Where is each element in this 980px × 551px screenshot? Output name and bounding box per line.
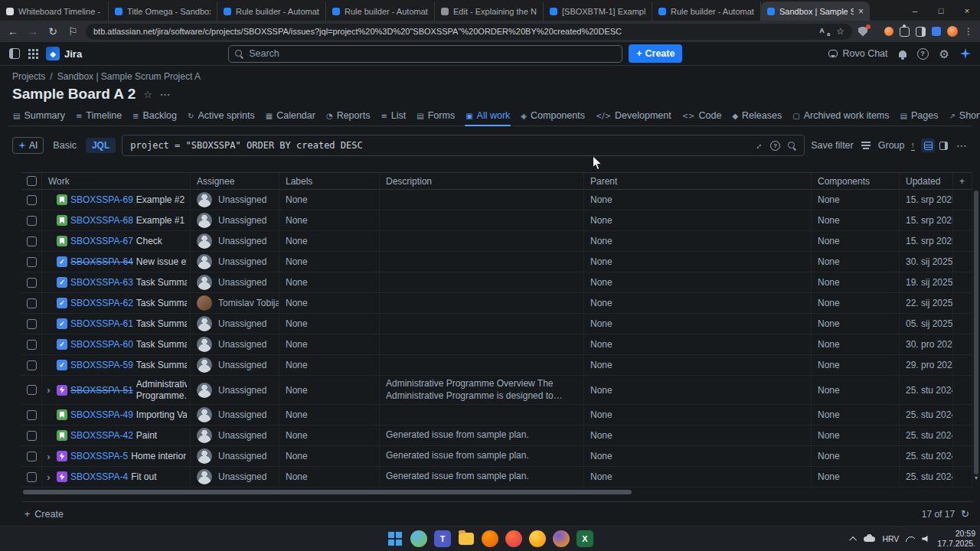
tray-expand-icon[interactable] xyxy=(850,536,858,543)
components-cell[interactable]: None xyxy=(812,293,900,313)
tab-shortcuts[interactable]: ↗Shortcuts˅ xyxy=(943,106,980,126)
excel-icon[interactable]: X xyxy=(577,530,593,547)
parent-cell[interactable]: None xyxy=(584,272,812,292)
teams-icon[interactable]: T xyxy=(434,530,451,547)
maximize-button[interactable]: □ xyxy=(928,0,954,21)
work-item-summary[interactable]: Administrative Programme... xyxy=(136,379,187,402)
labels-cell[interactable]: None xyxy=(279,293,380,313)
description-cell[interactable]: Administrative Programme Overview The Ad… xyxy=(380,376,584,404)
side-panel-icon[interactable] xyxy=(916,27,926,37)
create-button[interactable]: + Create xyxy=(629,44,682,63)
work-item-checkbox[interactable] xyxy=(27,195,37,205)
tab-summary[interactable]: ▤Summary xyxy=(8,106,70,126)
ai-toggle-button[interactable]: AI xyxy=(12,137,44,154)
parent-cell[interactable]: None xyxy=(584,425,812,445)
table-row[interactable]: SBOXSSPA-62Task SummaryTomislav TobijasN… xyxy=(21,293,972,314)
labels-cell[interactable]: None xyxy=(279,425,380,445)
parent-cell[interactable]: None xyxy=(584,467,812,487)
components-cell[interactable]: None xyxy=(812,425,900,445)
filter-more-menu-icon[interactable]: ⋯ xyxy=(956,139,968,152)
help-icon[interactable]: ? xyxy=(917,48,929,60)
labels-cell[interactable]: None xyxy=(279,314,380,334)
description-cell[interactable] xyxy=(380,355,584,375)
labels-cell[interactable]: None xyxy=(279,334,380,354)
tab-components[interactable]: ◈Components xyxy=(515,106,590,126)
tab-releases[interactable]: ◆Releases xyxy=(727,106,787,126)
labels-cell[interactable]: None xyxy=(279,446,380,466)
table-row[interactable]: SBOXSSPA-69Example #2UnassignedNoneNoneN… xyxy=(21,190,972,210)
tab-archived-work-items[interactable]: ▢Archived work items xyxy=(787,106,894,126)
browser-profile-avatar[interactable] xyxy=(947,26,958,37)
work-item-key[interactable]: SBOXSSPA-63 xyxy=(70,277,133,288)
work-item-summary[interactable]: Importing Value 195 xyxy=(136,409,187,420)
components-cell[interactable]: None xyxy=(812,210,900,230)
filter-icon[interactable] xyxy=(861,145,871,146)
description-cell[interactable] xyxy=(380,252,584,272)
work-item-key[interactable]: SBOXSSPA-68 xyxy=(70,215,133,226)
add-column-button[interactable]: + xyxy=(953,173,972,189)
work-item-checkbox[interactable] xyxy=(27,452,37,461)
components-cell[interactable]: None xyxy=(812,190,900,210)
description-cell[interactable] xyxy=(380,231,584,251)
assignee-cell[interactable]: Unassigned xyxy=(191,190,279,210)
footer-create-button[interactable]: + Create xyxy=(24,509,64,520)
labels-cell[interactable]: None xyxy=(279,376,380,404)
parent-cell[interactable]: None xyxy=(584,334,812,354)
work-item-checkbox[interactable] xyxy=(27,278,37,288)
components-cell[interactable]: None xyxy=(812,334,900,354)
zen-browser-icon[interactable] xyxy=(553,530,570,547)
assignee-cell[interactable]: Unassigned xyxy=(191,210,279,230)
work-item-key[interactable]: SBOXSSPA-62 xyxy=(70,298,133,308)
atlassian-intelligence-icon[interactable] xyxy=(960,48,971,59)
column-header-assignee[interactable]: Assignee xyxy=(191,173,279,189)
parent-cell[interactable]: None xyxy=(584,231,812,251)
components-cell[interactable]: None xyxy=(812,405,900,425)
vertical-scrollbar-thumb[interactable] xyxy=(974,191,978,474)
reload-icon[interactable]: ↻ xyxy=(46,25,60,37)
browser-tab[interactable]: Title Omega - Sandbox | Playg... xyxy=(109,2,217,21)
browser-tab[interactable]: Rule builder - Automation - Sa... xyxy=(326,2,435,21)
breadcrumb-project-name[interactable]: Sandbox | Sample Scrum Project A xyxy=(57,71,201,82)
work-item-summary[interactable]: Paint xyxy=(136,430,157,441)
extensions-puzzle-icon[interactable] xyxy=(900,27,910,37)
labels-cell[interactable]: None xyxy=(279,252,380,272)
browser-tab[interactable]: Whiteboard Timeline - Sandbo... xyxy=(0,2,109,21)
column-header-updated[interactable]: Updated xyxy=(900,173,953,189)
work-item-summary[interactable]: Example #1 xyxy=(136,215,185,226)
components-cell[interactable]: None xyxy=(812,314,900,334)
scroll-down-icon[interactable]: ▾ xyxy=(974,474,978,481)
expand-chevron-icon[interactable]: › xyxy=(44,451,54,462)
table-row[interactable]: SBOXSSPA-49Importing Value 195Unassigned… xyxy=(21,405,972,425)
description-cell[interactable] xyxy=(380,334,584,354)
wifi-icon[interactable] xyxy=(906,536,915,542)
browser-tab[interactable]: Edit - Explaining the Nature of... xyxy=(435,2,544,21)
components-cell[interactable]: None xyxy=(812,231,900,251)
work-item-key[interactable]: SBOXSSPA-61 xyxy=(70,318,133,329)
description-cell[interactable] xyxy=(380,293,584,313)
column-header-components[interactable]: Components xyxy=(812,173,900,189)
table-row[interactable]: ›SBOXSSPA-4Fit outUnassignedNoneGenerate… xyxy=(21,467,972,487)
tab-timeline[interactable]: ≡Timeline xyxy=(70,106,127,126)
jql-search-icon[interactable] xyxy=(788,142,796,150)
export-icon[interactable]: ↑ xyxy=(911,141,916,151)
work-item-summary[interactable]: Task Summary xyxy=(136,298,187,308)
parent-cell[interactable]: None xyxy=(584,355,812,375)
work-item-checkbox[interactable] xyxy=(27,257,37,267)
labels-cell[interactable]: None xyxy=(279,405,380,425)
bookmark-star-icon[interactable]: ☆ xyxy=(836,26,844,37)
work-item-checkbox[interactable] xyxy=(27,216,37,226)
work-item-summary[interactable]: Task Summary xyxy=(136,277,187,288)
browser-tab[interactable]: Sandbox | Sample Scrum ...× xyxy=(761,2,870,21)
jql-query-input[interactable]: project = "SBOXSSPA" ORDER BY created DE… xyxy=(122,135,805,156)
back-icon[interactable]: ← xyxy=(6,25,20,37)
tab-backlog[interactable]: ≣Backlog xyxy=(127,106,182,126)
browser-tab[interactable]: [SBOXBTM-1] Example - Jira xyxy=(544,2,652,21)
parent-cell[interactable]: None xyxy=(584,314,812,334)
parent-cell[interactable]: None xyxy=(584,376,812,404)
select-all-checkbox[interactable] xyxy=(27,176,37,186)
work-item-checkbox[interactable] xyxy=(27,298,37,308)
labels-cell[interactable]: None xyxy=(279,231,380,251)
firefox-icon[interactable] xyxy=(482,530,498,547)
components-cell[interactable]: None xyxy=(812,467,900,487)
language-indicator[interactable]: HRV xyxy=(882,534,899,543)
